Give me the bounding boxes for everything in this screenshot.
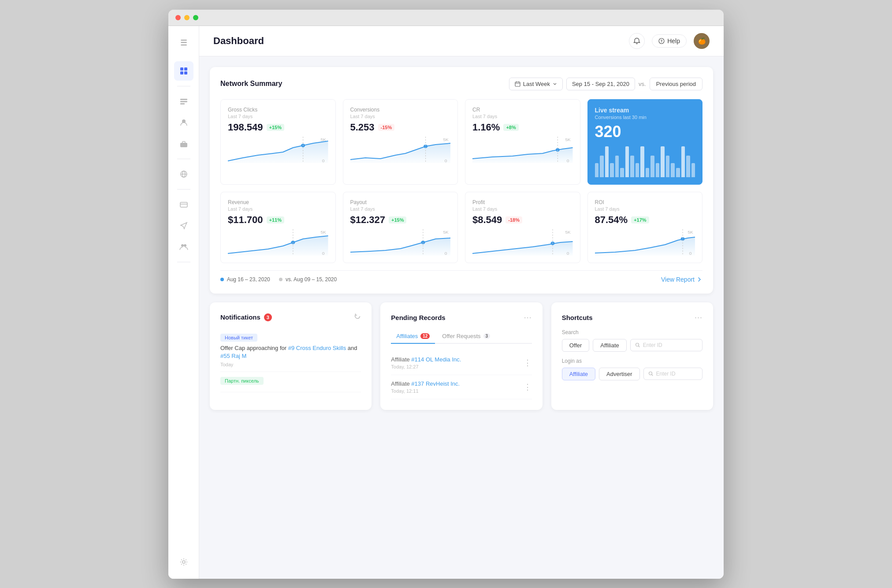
tab-offer-requests-count: 3	[483, 333, 491, 339]
pending-item-2: Affiliate #137 RevHeist Inc. Today, 12:1…	[391, 375, 531, 399]
sidebar-divider-3	[177, 189, 190, 190]
sidebar-settings-icon[interactable]	[174, 552, 193, 572]
maximize-button[interactable]	[193, 15, 198, 20]
notifications-card: Notifications 3 Новый тикет	[210, 302, 372, 410]
notif-text-1: Offer Cap approaching for #9 Cross Endur…	[220, 344, 361, 360]
metric-gross-clicks-sublabel: Last 7 days	[228, 114, 328, 119]
pending-records-tabs: Affiliates 12 Offer Requests 3	[391, 329, 531, 344]
pending-records-title: Pending Records	[391, 314, 445, 321]
metric-profit-sublabel: Last 7 days	[472, 206, 573, 212]
metric-revenue: Revenue Last 7 days $11.700 +11%	[220, 192, 336, 263]
shortcuts-card: Shortcuts ··· Search Offer Affiliate	[551, 302, 713, 410]
login-as-shortcut: Login as Affiliate Advertiser	[562, 358, 702, 380]
svg-text:5K: 5K	[443, 230, 449, 234]
sidebar-divider-1	[177, 86, 190, 86]
svg-text:5K: 5K	[688, 230, 693, 234]
revenue-chart: 5K 0	[228, 229, 328, 256]
shortcuts-header: Shortcuts ···	[562, 313, 702, 322]
svg-rect-5	[180, 101, 187, 102]
close-button[interactable]	[175, 15, 181, 20]
sidebar: ☰	[168, 26, 199, 579]
sidebar-contacts-icon[interactable]	[174, 92, 193, 111]
minimize-button[interactable]	[184, 15, 190, 20]
user-avatar[interactable]: 🍊	[694, 33, 710, 49]
metric-roi-value-row: 87.54% +17%	[595, 214, 695, 226]
notif-link-1b[interactable]: #55 Raj M	[220, 353, 246, 359]
sidebar-people-icon[interactable]	[174, 113, 193, 132]
notifications-count-badge: 3	[264, 313, 272, 321]
cr-chart: 5K 0	[472, 137, 573, 163]
svg-rect-6	[180, 103, 185, 104]
login-affiliate-button[interactable]: Affiliate	[562, 368, 595, 380]
login-id-input[interactable]: Enter ID	[643, 368, 702, 380]
login-advertiser-button[interactable]: Advertiser	[599, 368, 640, 380]
search-offer-button[interactable]: Offer	[562, 339, 590, 352]
search-id-input[interactable]: Enter ID	[630, 339, 702, 351]
sidebar-globe-icon[interactable]	[174, 164, 193, 184]
metric-revenue-value-row: $11.700 +11%	[228, 214, 328, 226]
metric-revenue-value: $11.700	[228, 214, 263, 226]
pending-item-1-link[interactable]: Affiliate #114 OL Media Inc.	[391, 356, 461, 363]
tab-affiliates-count: 12	[420, 333, 430, 339]
tab-offer-requests[interactable]: Offer Requests 3	[437, 329, 495, 344]
date-controls: Last Week Sep 15 - Sep 21, 2020 vs. Prev…	[509, 78, 702, 90]
app-window: ☰	[168, 10, 724, 579]
svg-rect-1	[184, 67, 187, 71]
metric-live-stream-sublabel: Conversions last 30 min	[595, 115, 695, 120]
conversions-chart: 5K 0	[350, 137, 451, 163]
metric-live-stream-value: 320	[595, 123, 621, 141]
metric-revenue-badge: +11%	[267, 216, 284, 223]
notif-link-1a[interactable]: #9 Cross Enduro Skills	[288, 345, 346, 351]
sidebar-dashboard-icon[interactable]	[174, 61, 193, 81]
metrics-grid-row1: Gross Clicks Last 7 days 198.549 +15%	[220, 99, 702, 185]
vs-text: vs.	[639, 81, 646, 87]
metric-roi-label: ROI	[595, 199, 695, 205]
notifications-refresh-icon[interactable]	[354, 313, 361, 322]
svg-text:0: 0	[322, 158, 325, 163]
svg-rect-12	[180, 202, 187, 207]
notifications-bell-button[interactable]	[629, 33, 645, 49]
pending-item-2-time: Today, 12:11	[391, 388, 460, 394]
sidebar-card-icon[interactable]	[174, 195, 193, 214]
date-range-button[interactable]: Last Week	[509, 78, 563, 90]
svg-text:0: 0	[444, 251, 447, 255]
pending-item-2-link[interactable]: Affiliate #137 RevHeist Inc.	[391, 380, 460, 387]
payout-chart: 5K 0	[350, 229, 451, 256]
pending-item-2-menu-icon[interactable]: ⋮	[524, 382, 532, 392]
svg-text:5K: 5K	[565, 137, 571, 141]
chart-legend-row: Aug 16 – 23, 2020 vs. Aug 09 – 15, 2020 …	[220, 270, 702, 283]
svg-rect-8	[180, 143, 187, 147]
previous-period-button[interactable]: Previous period	[650, 78, 702, 90]
metric-profit-value: $8.549	[472, 214, 502, 226]
sidebar-group-icon[interactable]	[174, 237, 193, 257]
metric-roi-badge: +17%	[631, 216, 649, 223]
legend-previous: vs. Aug 09 – 15, 2020	[279, 276, 337, 283]
view-report-link[interactable]: View Report	[661, 276, 702, 283]
sidebar-send-icon[interactable]	[174, 216, 193, 235]
tab-affiliates[interactable]: Affiliates 12	[391, 329, 435, 344]
metric-live-stream-label: Live stream	[595, 107, 695, 114]
svg-text:0: 0	[567, 158, 569, 163]
pending-item-1-menu-icon[interactable]: ⋮	[524, 358, 532, 368]
sidebar-briefcase-icon[interactable]	[174, 134, 193, 153]
notif-time-1: Today	[220, 362, 361, 367]
svg-rect-3	[184, 71, 187, 74]
page-title: Dashboard	[213, 35, 264, 47]
shortcuts-menu-icon[interactable]: ···	[695, 313, 702, 322]
search-affiliate-button[interactable]: Affiliate	[593, 339, 626, 352]
svg-text:0: 0	[689, 251, 691, 255]
metric-cr-value-row: 1.16% +8%	[472, 122, 573, 133]
metric-profit-label: Profit	[472, 199, 573, 205]
svg-point-15	[184, 244, 186, 247]
metric-revenue-label: Revenue	[228, 199, 328, 205]
svg-text:5K: 5K	[320, 230, 326, 234]
sidebar-menu-icon[interactable]: ☰	[174, 33, 193, 52]
metric-roi-sublabel: Last 7 days	[595, 206, 695, 212]
metric-revenue-sublabel: Last 7 days	[228, 206, 328, 212]
help-button[interactable]: Help	[652, 34, 687, 48]
shortcuts-grid: Search Offer Affiliate	[562, 329, 702, 380]
pending-records-menu-icon[interactable]: ···	[524, 313, 532, 322]
legend-current: Aug 16 – 23, 2020	[220, 276, 270, 283]
svg-rect-4	[180, 99, 187, 100]
live-stream-bars	[595, 146, 695, 177]
